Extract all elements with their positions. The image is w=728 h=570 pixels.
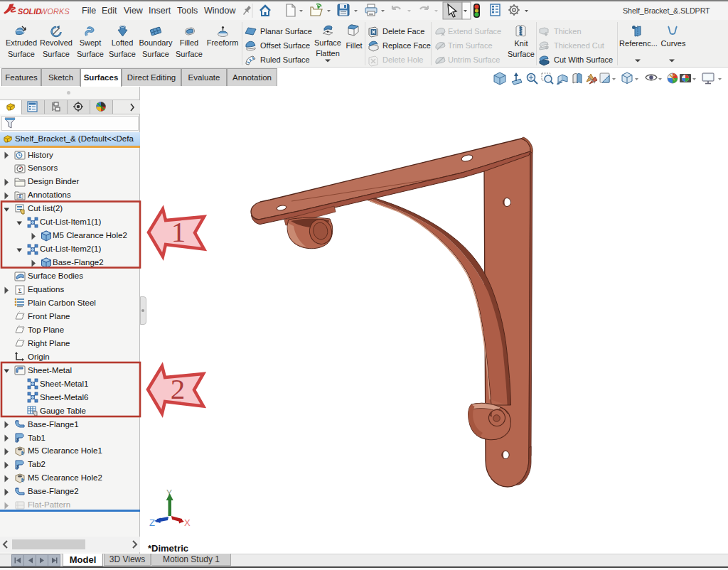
svg-text:Surface: Surface: [109, 50, 136, 58]
svg-text:Referenc...: Referenc...: [619, 39, 658, 48]
svg-text:Revolved: Revolved: [40, 38, 73, 47]
svg-text:Trim Surface: Trim Surface: [448, 41, 493, 50]
svg-text:Untrim Surface: Untrim Surface: [448, 55, 500, 64]
svg-text:Fillet: Fillet: [346, 41, 362, 50]
svg-text:Ruled Surface: Ruled Surface: [260, 55, 310, 64]
svg-text:Freeform: Freeform: [207, 38, 239, 47]
svg-text:Surface: Surface: [77, 50, 104, 58]
svg-text:Thickened Cut: Thickened Cut: [554, 41, 604, 50]
svg-text:Planar Surface: Planar Surface: [260, 27, 312, 36]
svg-text:Thicken: Thicken: [554, 27, 582, 36]
svg-text:Offset Surface: Offset Surface: [260, 41, 310, 50]
svg-text:SOLID: SOLID: [18, 7, 41, 16]
svg-text:Lofted: Lofted: [112, 38, 134, 47]
svg-text:Surface: Surface: [176, 50, 203, 58]
svg-text:Surface: Surface: [508, 50, 535, 58]
svg-text:Cut With Surface: Cut With Surface: [554, 55, 613, 64]
svg-text:Surface: Surface: [8, 50, 35, 58]
svg-text:Surface: Surface: [314, 38, 341, 47]
svg-text:WORKS: WORKS: [40, 7, 70, 16]
svg-text:Delete Face: Delete Face: [382, 27, 424, 36]
svg-text:Boundary: Boundary: [139, 38, 173, 47]
svg-text:Knit: Knit: [515, 39, 528, 48]
svg-text:Replace Face: Replace Face: [382, 41, 431, 50]
svg-text:Surface: Surface: [43, 50, 70, 58]
svg-text:Curves: Curves: [661, 39, 686, 48]
svg-text:Surface: Surface: [142, 50, 169, 58]
svg-text:Extend Surface: Extend Surface: [448, 27, 501, 36]
svg-text:Swept: Swept: [80, 38, 102, 47]
svg-text:Extruded: Extruded: [6, 38, 37, 47]
svg-text:Flatten: Flatten: [316, 49, 340, 58]
svg-text:Delete Hole: Delete Hole: [382, 55, 423, 64]
svg-text:Filled: Filled: [180, 38, 198, 47]
